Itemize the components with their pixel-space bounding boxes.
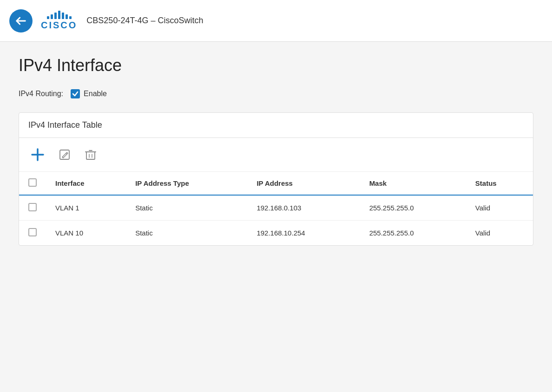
row-ip-address-1: 192.168.10.254	[247, 221, 360, 246]
row-status-1: Valid	[466, 221, 533, 246]
edit-icon	[58, 148, 71, 161]
routing-label: IPv4 Routing:	[19, 90, 63, 98]
main-content: IPv4 Interface IPv4 Routing: Enable IPv4…	[0, 42, 552, 392]
row-select-cell	[19, 195, 46, 221]
cisco-logo: CISCO	[41, 11, 77, 31]
routing-enable-label: Enable	[84, 90, 107, 98]
col-header-address-type: IP Address Type	[126, 172, 247, 195]
row-address-type-0: Static	[126, 195, 247, 221]
delete-icon	[84, 148, 97, 161]
page-title: IPv4 Interface	[19, 56, 533, 75]
header: CISCO CBS250-24T-4G – CiscoSwitch	[0, 0, 552, 42]
back-button[interactable]	[9, 9, 33, 33]
select-all-checkbox[interactable]	[28, 178, 37, 187]
row-mask-1: 255.255.255.0	[360, 221, 466, 246]
row-checkbox-0[interactable]	[28, 203, 37, 211]
row-interface-1: VLAN 10	[46, 221, 126, 246]
row-interface-0: VLAN 1	[46, 195, 126, 221]
routing-enable-checkbox-wrapper: Enable	[71, 89, 107, 98]
device-name: CBS250-24T-4G – CiscoSwitch	[86, 16, 203, 26]
table-toolbar	[19, 138, 533, 172]
table-card-header: IPv4 Interface Table	[19, 113, 533, 138]
add-icon	[30, 147, 45, 162]
row-status-0: Valid	[466, 195, 533, 221]
checkmark-icon	[72, 91, 79, 97]
table-header-row: Interface IP Address Type IP Address Mas…	[19, 172, 533, 195]
row-ip-address-0: 192.168.0.103	[247, 195, 360, 221]
delete-button[interactable]	[82, 146, 99, 163]
col-header-mask: Mask	[360, 172, 466, 195]
table-row: VLAN 1 Static 192.168.0.103 255.255.255.…	[19, 195, 533, 221]
row-address-type-1: Static	[126, 221, 247, 246]
row-select-cell	[19, 221, 46, 246]
ipv4-interface-table: Interface IP Address Type IP Address Mas…	[19, 172, 533, 245]
arrow-left-icon	[14, 14, 27, 27]
col-header-ip-address: IP Address	[247, 172, 360, 195]
edit-button[interactable]	[56, 146, 73, 163]
col-header-status: Status	[466, 172, 533, 195]
svg-rect-3	[86, 152, 95, 159]
row-mask-0: 255.255.255.0	[360, 195, 466, 221]
add-button[interactable]	[28, 145, 47, 164]
table-row: VLAN 10 Static 192.168.10.254 255.255.25…	[19, 221, 533, 246]
col-header-interface: Interface	[46, 172, 126, 195]
routing-enable-checkbox[interactable]	[71, 89, 80, 98]
cisco-bars-icon	[47, 11, 72, 19]
cisco-wordmark: CISCO	[41, 20, 77, 31]
row-checkbox-1[interactable]	[28, 228, 37, 236]
routing-row: IPv4 Routing: Enable	[19, 89, 533, 98]
ipv4-interface-table-card: IPv4 Interface Table	[19, 112, 533, 246]
select-all-header	[19, 172, 46, 195]
